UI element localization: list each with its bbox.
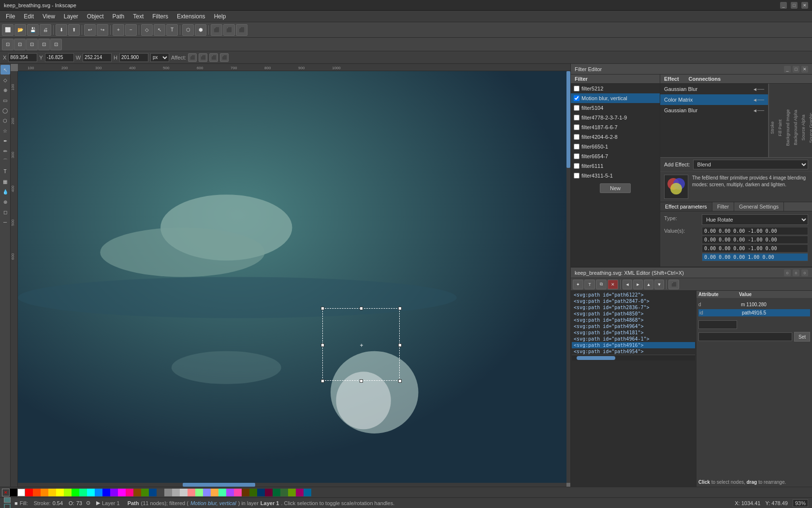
menu-layer[interactable]: Layer — [60, 12, 82, 21]
color-dark-sage[interactable] — [280, 489, 288, 496]
xml-node-7[interactable]: <svg:path id="path4181"> — [572, 329, 695, 336]
color-brown[interactable] — [133, 489, 141, 496]
filter-checkbox-6[interactable] — [574, 134, 580, 140]
group-button[interactable]: ⬡ — [182, 24, 194, 36]
color-orange-red[interactable] — [33, 489, 41, 496]
attr-row-d[interactable]: d m 1100.280 — [698, 302, 810, 307]
xml-up[interactable]: ▲ — [644, 280, 653, 289]
filter-checkbox-10[interactable] — [574, 173, 580, 179]
new-button[interactable]: ⬜ — [2, 24, 14, 36]
filter-item-5[interactable]: filter4187-6-6-7 — [571, 122, 660, 132]
filter-item-2[interactable]: Motion blur, vertical — [571, 93, 660, 103]
filter-new-button[interactable]: New — [600, 183, 631, 193]
color-green[interactable] — [72, 489, 79, 496]
affect-btn-2[interactable]: ⬛ — [199, 53, 207, 62]
canvas-vscrollbar-thumb[interactable] — [566, 71, 570, 168]
zoom-in-button[interactable]: + — [113, 24, 124, 36]
menu-object[interactable]: Object — [83, 12, 108, 21]
color-azure[interactable] — [95, 489, 102, 496]
canvas-content[interactable]: + — [18, 71, 566, 483]
xml-next[interactable]: ► — [633, 280, 643, 289]
ungroup-button[interactable]: ⬢ — [195, 24, 206, 36]
filter-checkbox-2[interactable] — [574, 95, 580, 101]
menu-extensions[interactable]: Extensions — [173, 12, 209, 21]
menu-file[interactable]: File — [2, 12, 19, 21]
snap-nodes[interactable]: ⊡ — [14, 39, 26, 50]
align-center-button[interactable]: ⬛ — [223, 24, 235, 36]
pencil-tool[interactable]: ✏ — [0, 146, 10, 156]
color-spring-green[interactable] — [79, 489, 87, 496]
color-pink[interactable] — [234, 489, 242, 496]
spray-tool[interactable]: ⊛ — [0, 197, 10, 207]
color-olive-green[interactable] — [141, 489, 149, 496]
zoom-tool[interactable]: ⊕ — [0, 85, 10, 95]
xml-max-btn[interactable]: ○ — [793, 269, 799, 276]
filter-item-9[interactable]: filter6111 — [571, 161, 660, 171]
save-button[interactable]: 💾 — [27, 24, 39, 36]
center-handle[interactable]: + — [360, 344, 363, 347]
matrix-row-2[interactable]: 0.00 0.00 0.00 -1.00 0.00 — [702, 236, 808, 244]
color-red[interactable] — [25, 489, 33, 496]
filter-item-3[interactable]: filter5104 — [571, 103, 660, 113]
filter-editor-close[interactable]: ✕ — [801, 66, 808, 73]
xml-delete[interactable]: ✕ — [608, 280, 618, 289]
menu-text[interactable]: Text — [129, 12, 147, 21]
matrix-row-1[interactable]: 0.00 0.00 0.00 -1.00 0.00 — [702, 227, 808, 235]
color-light-gray[interactable] — [172, 489, 180, 496]
affect-btn-3[interactable]: ⬛ — [209, 53, 218, 62]
xml-node-10[interactable]: <svg:path id="path4954"> — [572, 348, 695, 355]
polygon-tool[interactable]: ⬡ — [0, 116, 10, 125]
handle-mr[interactable] — [398, 344, 402, 347]
tab-general-settings[interactable]: General Settings — [734, 202, 784, 211]
palette-none[interactable]: ✕ — [2, 489, 10, 496]
xml-indent[interactable]: ⬛ — [668, 280, 679, 289]
eraser-tool[interactable]: ◻ — [0, 207, 10, 217]
xml-close-btn[interactable]: ○ — [801, 269, 808, 276]
color-violet[interactable] — [110, 489, 118, 496]
filter-editor-max[interactable]: □ — [793, 66, 799, 73]
calligraphy-tool[interactable]: ⌒ — [0, 156, 10, 166]
xml-duplicate[interactable]: ⧉ — [596, 280, 607, 289]
color-cyan[interactable] — [87, 489, 95, 496]
xml-scrollbar-thumb[interactable] — [577, 356, 615, 360]
filter-item-6[interactable]: filter4204-6-2-8 — [571, 132, 660, 142]
text-tool-button[interactable]: T — [166, 24, 178, 36]
color-rose[interactable] — [126, 489, 133, 496]
xml-prev[interactable]: ◄ — [623, 280, 632, 289]
color-light-blue[interactable] — [203, 489, 211, 496]
color-blue[interactable] — [102, 489, 110, 496]
handle-bm[interactable] — [360, 379, 363, 383]
effect-item-2[interactable]: Color Matrix ◄── — [660, 94, 768, 105]
color-orange[interactable] — [41, 489, 48, 496]
snap-toggle[interactable]: ⊡ — [2, 39, 14, 50]
color-chartreuse[interactable] — [288, 489, 296, 496]
color-gray[interactable] — [164, 489, 172, 496]
xml-node-1[interactable]: <svg:path id="path6122"> — [572, 292, 695, 298]
tab-filter[interactable]: Filter — [712, 202, 734, 211]
xml-node-2[interactable]: <svg:path id="path2847-0"> — [572, 298, 695, 304]
star-tool[interactable]: ☆ — [0, 126, 10, 135]
export-button[interactable]: ⬆ — [68, 24, 80, 36]
zoom-out-button[interactable]: − — [125, 24, 137, 36]
fill-color-box[interactable] — [4, 497, 11, 503]
menu-edit[interactable]: Edit — [20, 12, 38, 21]
filter-item-4[interactable]: filter4778-2-3-7-1-9 — [571, 113, 660, 122]
xml-new-text[interactable]: T — [584, 280, 595, 289]
snap-bbox[interactable]: ⊡ — [26, 39, 38, 50]
open-button[interactable]: 📂 — [14, 24, 26, 36]
handle-br[interactable] — [398, 379, 402, 383]
color-black[interactable] — [10, 489, 17, 496]
matrix-row-4[interactable]: 0.00 0.00 0.00 1.00 0.00 — [702, 253, 808, 261]
filter-checkbox-1[interactable] — [574, 86, 580, 91]
filter-checkbox-4[interactable] — [574, 115, 580, 120]
print-button[interactable]: 🖨 — [40, 24, 51, 36]
redo-button[interactable]: ↪ — [97, 24, 108, 36]
color-silver[interactable] — [180, 489, 188, 496]
stroke-color-box[interactable] — [4, 504, 11, 508]
handle-ml[interactable] — [321, 344, 324, 347]
filter-editor-min[interactable]: _ — [784, 66, 791, 73]
color-magenta[interactable] — [118, 489, 126, 496]
color-dark-gray[interactable] — [157, 489, 164, 496]
minimize-button[interactable]: _ — [780, 2, 787, 9]
add-effect-select[interactable]: Blend ColorMatrix GaussianBlur Composite — [693, 160, 808, 169]
